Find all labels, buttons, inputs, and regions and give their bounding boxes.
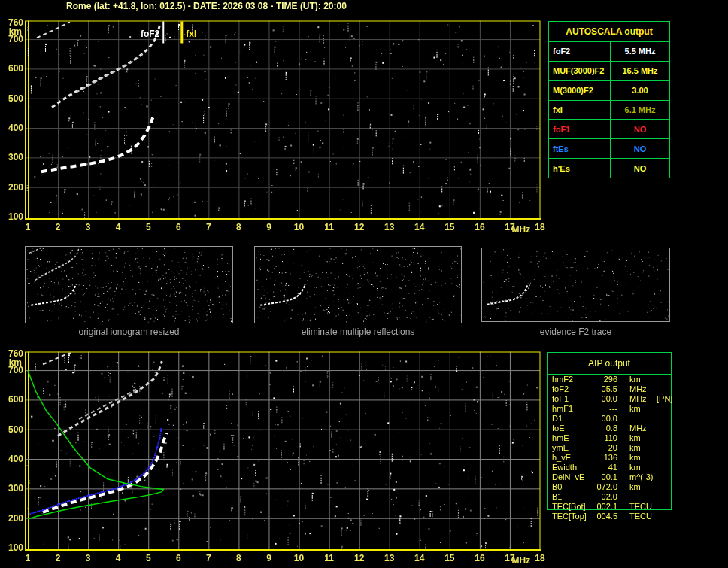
aip-row-value: 072.0: [590, 482, 617, 492]
autoscala-row-ftEs: ftEsNO: [549, 138, 669, 158]
aip-row-foE: foE0.8MHz: [548, 424, 671, 433]
autoscala-row-M(3000)F2: M(3000)F23.00: [549, 80, 669, 100]
aip-row-B0: B0072.0km: [548, 482, 671, 492]
aip-row-label: ymE: [552, 443, 590, 453]
aip-row-label: foF1: [552, 394, 590, 404]
aip-row-D1: D100.0: [548, 414, 671, 424]
aip-row-hmF2: hmF2296km: [548, 375, 671, 384]
aip-row-label: B1: [552, 492, 590, 502]
aip-row-foF2: foF205.5MHz: [548, 384, 671, 394]
autoscala-output-table: AUTOSCALA output foF25.5 MHzMUF(3000)F21…: [548, 21, 670, 178]
aip-row-unit: TECU: [617, 502, 652, 512]
aip-row-note: [652, 384, 671, 394]
aip-row-label: hmF1: [552, 404, 590, 414]
autoscala-row-value: NO: [611, 139, 669, 158]
aip-row-TEC[Bot]: TEC[Bot]002.1TECU: [548, 502, 671, 512]
aip-row-unit: [617, 414, 652, 424]
aip-row-note: [652, 472, 671, 482]
aip-row-label: foE: [552, 424, 590, 433]
aip-row-label: foF2: [552, 384, 590, 394]
autoscala-window: Rome (lat: +41.8, lon: 012.5) - DATE: 20…: [0, 0, 728, 568]
aip-row-hmE: hmE110km: [548, 433, 671, 443]
aip-row-value: 05.5: [590, 384, 617, 394]
aip-row-note: [652, 424, 671, 433]
aip-row-hmF1: hmF1---km: [548, 404, 671, 414]
aip-output-table: AIP output hmF2296kmfoF205.5MHzfoF100.0M…: [547, 352, 672, 510]
aip-row-unit: km: [617, 433, 652, 443]
aip-row-value: 02.0: [590, 492, 617, 502]
aip-row-note: [652, 492, 671, 502]
aip-row-ymE: ymE20km: [548, 443, 671, 453]
aip-row-value: ---: [590, 404, 617, 414]
aip-row-label: h_vE: [552, 453, 590, 463]
aip-row-label: D1: [552, 414, 590, 424]
aip-row-note: [652, 453, 671, 463]
station-title: Rome (lat: +41.8, lon: 012.5) - DATE: 20…: [66, 1, 347, 11]
aip-table-body: hmF2296kmfoF205.5MHzfoF100.0MHz[PN]hmF1-…: [548, 375, 671, 521]
autoscala-row-label: M(3000)F2: [549, 81, 611, 100]
aip-row-value: 004.5: [590, 512, 617, 521]
aip-row-value: 00.0: [590, 394, 617, 404]
autoscala-row-value: 3.00: [611, 81, 669, 100]
aip-row-unit: km: [617, 453, 652, 463]
aip-row-h_vE: h_vE136km: [548, 453, 671, 463]
aip-row-unit: km: [617, 463, 652, 472]
aip-row-note: [652, 404, 671, 414]
thumb-caption-multiples: eliminate multiple reflections: [254, 327, 462, 337]
aip-row-note: [652, 414, 671, 424]
aip-row-value: 00.0: [590, 414, 617, 424]
aip-row-value: 136: [590, 453, 617, 463]
autoscala-row-label: ftEs: [549, 139, 611, 158]
aip-row-Ewidth: Ewidth41km: [548, 463, 671, 472]
aip-row-note: [652, 502, 671, 512]
autoscala-row-value: 6.1 MHz: [611, 101, 669, 120]
aip-row-value: 296: [590, 375, 617, 384]
autoscala-row-label: fxI: [549, 101, 611, 120]
thumb-caption-original: original ionogram resized: [25, 327, 233, 337]
aip-row-note: [652, 512, 671, 521]
aip-row-value: 0.8: [590, 424, 617, 433]
autoscala-row-foF2: foF25.5 MHz: [549, 41, 669, 61]
aip-row-label: TEC[Bot]: [552, 502, 590, 512]
aip-row-value: 110: [590, 433, 617, 443]
autoscala-row-h'Es: h'EsNO: [549, 158, 669, 178]
autoscala-row-value: NO: [611, 159, 669, 178]
aip-row-B1: B102.0: [548, 492, 671, 502]
aip-row-label: hmF2: [552, 375, 590, 384]
aip-row-note: [652, 463, 671, 472]
aip-row-label: Ewidth: [552, 463, 590, 472]
aip-row-value: 41: [590, 463, 617, 472]
autoscala-row-value: NO: [611, 120, 669, 138]
aip-row-value: 00.1: [590, 472, 617, 482]
aip-row-DelN_vE: DelN_vE00.1m^(-3): [548, 472, 671, 482]
aip-row-unit: km: [617, 375, 652, 384]
aip-row-unit: MHz: [617, 424, 652, 433]
aip-row-note: [652, 482, 671, 492]
aip-row-value: 002.1: [590, 502, 617, 512]
aip-row-unit: MHz: [617, 394, 652, 404]
aip-row-foF1: foF100.0MHz[PN]: [548, 394, 671, 404]
autoscala-row-label: h'Es: [549, 159, 611, 178]
aip-row-unit: km: [617, 482, 652, 492]
autoscala-row-MUF(3000)F2: MUF(3000)F216.5 MHz: [549, 61, 669, 80]
autoscala-row-label: foF1: [549, 120, 611, 138]
autoscala-row-fxI: fxI6.1 MHz: [549, 100, 669, 120]
aip-row-note: [652, 443, 671, 453]
aip-row-unit: km: [617, 443, 652, 453]
aip-row-unit: [617, 492, 652, 502]
aip-row-TEC[Top]: TEC[Top]004.5TECU: [548, 512, 671, 521]
aip-row-note: [PN]: [652, 394, 672, 404]
autoscala-row-value: 16.5 MHz: [611, 62, 669, 80]
aip-row-unit: km: [617, 404, 652, 414]
thumb-caption-f2-trace: evidence F2 trace: [481, 327, 670, 337]
autoscala-table-body: foF25.5 MHzMUF(3000)F216.5 MHzM(3000)F23…: [549, 41, 669, 178]
autoscala-row-value: 5.5 MHz: [611, 42, 669, 61]
aip-row-label: TEC[Top]: [552, 512, 590, 521]
autoscala-row-foF1: foF1NO: [549, 119, 669, 138]
aip-row-label: hmE: [552, 433, 590, 443]
autoscala-table-header: AUTOSCALA output: [549, 22, 669, 41]
aip-row-unit: TECU: [617, 512, 652, 521]
aip-row-value: 20: [590, 443, 617, 453]
autoscala-row-label: foF2: [549, 42, 611, 61]
aip-row-unit: MHz: [617, 384, 652, 394]
